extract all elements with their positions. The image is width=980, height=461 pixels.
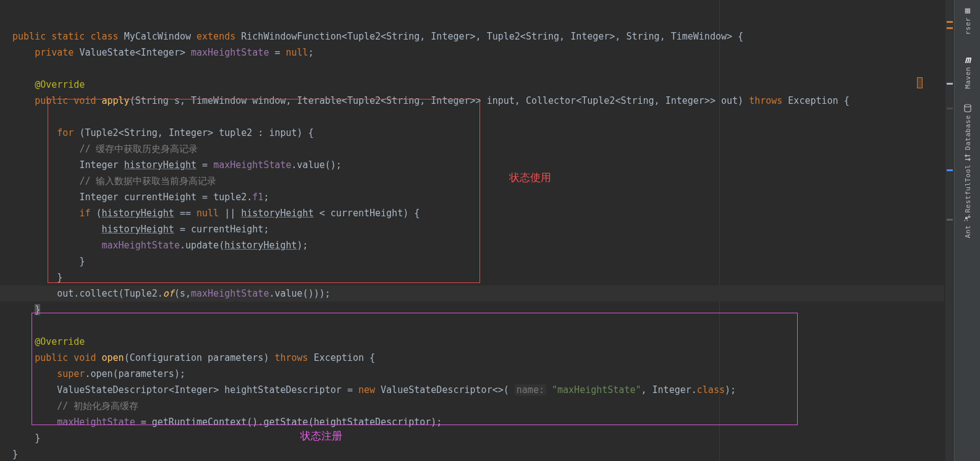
svg-point-1 bbox=[965, 217, 968, 219]
database-icon bbox=[963, 104, 973, 112]
ant-icon bbox=[963, 213, 973, 222]
annotation-label-state-register: 状态注册 bbox=[300, 429, 342, 443]
stripe-mark[interactable] bbox=[947, 27, 953, 29]
maven-icon: m bbox=[963, 54, 973, 64]
stripe-mark[interactable] bbox=[947, 21, 953, 23]
tool-restful[interactable]: RestfulTool bbox=[955, 148, 980, 208]
tool-window-rail: ▦ rser m Maven Database RestfulTool Ant bbox=[954, 0, 980, 461]
tool-ant[interactable]: Ant bbox=[955, 208, 980, 257]
code-editor[interactable]: 状态使用 状态注册 public static class MyCalcWind… bbox=[0, 0, 944, 461]
tool-maven[interactable]: m Maven bbox=[955, 49, 980, 99]
annotation-label-state-use: 状态使用 bbox=[509, 171, 551, 185]
stripe-mark[interactable] bbox=[947, 219, 953, 221]
tool-database[interactable]: Database bbox=[955, 99, 980, 148]
tool-parser[interactable]: ▦ rser bbox=[955, 0, 980, 49]
parser-icon: ▦ bbox=[963, 5, 973, 15]
svg-point-0 bbox=[965, 104, 971, 107]
svg-point-2 bbox=[968, 216, 969, 218]
error-stripe[interactable] bbox=[945, 0, 954, 461]
caret bbox=[917, 77, 923, 88]
stripe-mark[interactable] bbox=[947, 108, 953, 109]
restful-icon bbox=[963, 153, 973, 162]
stripe-mark[interactable] bbox=[947, 83, 953, 85]
stripe-mark[interactable] bbox=[947, 169, 953, 171]
code-content[interactable]: public static class MyCalcWindow extends… bbox=[0, 12, 944, 461]
